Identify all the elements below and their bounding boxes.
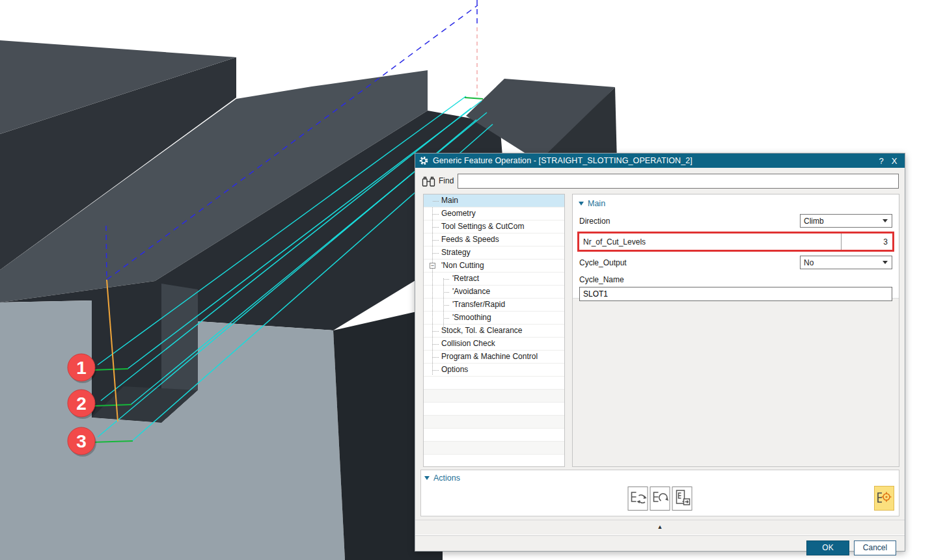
replay-toolpath-button[interactable] — [650, 487, 670, 511]
collapse-triangle-icon — [424, 476, 430, 480]
tree-item-stock-tol-clearance[interactable]: Stock, Tol. & Clearance — [424, 325, 564, 338]
show-toolpath-button[interactable] — [874, 486, 894, 511]
help-button[interactable]: ? — [875, 156, 888, 166]
tree-empty-row — [424, 403, 564, 416]
dialog-title: Generic Feature Operation - [STRAIGHT_SL… — [433, 156, 692, 165]
show-toolpath-icon — [875, 488, 893, 509]
replay-toolpath-icon — [651, 488, 669, 509]
tree-item-tool-settings[interactable]: Tool Settings & CutCom — [424, 220, 564, 233]
tree-collapse-icon[interactable]: − — [430, 263, 435, 269]
generate-toolpath-icon — [629, 488, 647, 509]
direction-row: Direction Climb — [573, 214, 899, 228]
cycle-output-dropdown[interactable]: No — [800, 256, 892, 269]
tree-item-program-machine-control[interactable]: Program & Machine Control — [424, 351, 564, 364]
tree-item-strategy[interactable]: Strategy — [424, 247, 564, 260]
actions-group-header[interactable]: Actions — [424, 473, 899, 483]
ok-button[interactable]: OK — [806, 540, 849, 555]
cycle-name-input[interactable] — [579, 287, 892, 301]
tree-item-geometry[interactable]: Geometry — [424, 207, 564, 220]
nr-of-cut-levels-row-highlighted: Nr_of_Cut_Levels 3 — [577, 232, 894, 252]
actions-group: Actions — [420, 470, 899, 516]
find-row: Find — [415, 168, 905, 194]
parameters-panel: Main Direction Climb Nr_of_Cut_Levels 3 … — [572, 194, 899, 467]
collapse-arrow-icon[interactable]: ▲ — [657, 524, 663, 530]
svg-text:3: 3 — [76, 431, 87, 451]
tree-empty-row — [424, 390, 564, 403]
list-output-icon — [674, 488, 691, 509]
cycle-output-row: Cycle_Output No — [573, 256, 899, 269]
tree-empty-row — [424, 377, 564, 390]
dialog-collapse-strip[interactable]: ▲ — [415, 520, 905, 535]
toolpath-engage-line — [465, 98, 483, 99]
find-label: Find — [439, 176, 454, 185]
settings-tree: Main Geometry Tool Settings & CutCom Fee… — [423, 194, 565, 467]
tree-item-feeds-speeds[interactable]: Feeds & Speeds — [424, 233, 564, 247]
chevron-down-icon — [883, 219, 888, 222]
tree-item-avoidance[interactable]: 'Avoidance — [424, 286, 564, 299]
tree-item-collision-check[interactable]: Collision Check — [424, 338, 564, 351]
tree-empty-row — [424, 455, 564, 467]
svg-text:1: 1 — [76, 358, 87, 378]
dialog-titlebar[interactable]: Generic Feature Operation - [STRAIGHT_SL… — [415, 153, 905, 168]
gear-icon — [419, 156, 428, 165]
binoculars-icon — [422, 175, 436, 187]
tree-item-retract[interactable]: 'Retract — [424, 273, 564, 286]
tree-empty-row — [424, 442, 564, 455]
cycle-name-label: Cycle_Name — [579, 275, 892, 284]
dialog-button-bar: OK Cancel — [415, 535, 905, 559]
direction-label: Direction — [579, 217, 800, 226]
svg-text:2: 2 — [76, 393, 87, 414]
actions-buttons — [628, 487, 692, 511]
nr-of-cut-levels-input[interactable]: 3 — [842, 233, 892, 250]
tree-item-transfer-rapid[interactable]: 'Transfer/Rapid — [424, 299, 564, 312]
tree-item-main[interactable]: Main — [424, 194, 564, 207]
tree-empty-row — [424, 429, 564, 442]
tree-item-options[interactable]: Options — [424, 364, 564, 377]
close-icon[interactable]: X — [888, 156, 901, 166]
tree-item-non-cutting[interactable]: −'Non Cutting — [424, 260, 564, 273]
collapse-triangle-icon — [579, 202, 584, 206]
tree-empty-row — [424, 416, 564, 429]
cancel-button[interactable]: Cancel — [854, 540, 896, 555]
list-output-button[interactable] — [672, 487, 692, 511]
direction-dropdown[interactable]: Climb — [800, 214, 892, 228]
main-group: Main Direction Climb Nr_of_Cut_Levels 3 … — [573, 194, 899, 299]
generate-toolpath-button[interactable] — [628, 487, 648, 511]
tree-item-smoothing[interactable]: 'Smoothing — [424, 312, 564, 325]
tree-guide-line — [443, 278, 444, 330]
generic-feature-operation-dialog: Generic Feature Operation - [STRAIGHT_SL… — [415, 153, 905, 552]
cycle-output-label: Cycle_Output — [579, 258, 800, 267]
chevron-down-icon — [883, 261, 888, 264]
find-input[interactable] — [458, 174, 899, 189]
main-group-header[interactable]: Main — [579, 199, 899, 208]
dialog-content: Main Geometry Tool Settings & CutCom Fee… — [415, 194, 905, 467]
nr-of-cut-levels-label: Nr_of_Cut_Levels — [579, 233, 842, 250]
